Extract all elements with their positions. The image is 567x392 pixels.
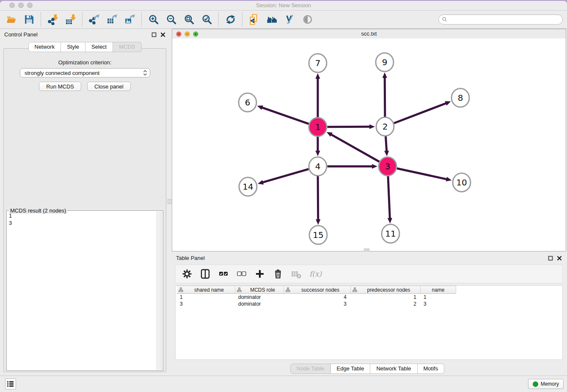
column-header-successor-nodes[interactable]: successor nodes: [284, 286, 351, 294]
close-panel-button[interactable]: Close panel: [87, 82, 131, 91]
result-scrollbar[interactable]: [157, 211, 162, 370]
column-header-name[interactable]: name: [421, 286, 456, 294]
control-tab-select[interactable]: Select: [85, 42, 113, 52]
cell-shared-name[interactable]: 3: [177, 301, 235, 307]
control-tab-network[interactable]: Network: [28, 42, 61, 52]
graph-node-6[interactable]: 6: [239, 93, 256, 112]
column-header-mcds-role[interactable]: MCDS role: [235, 286, 284, 294]
column-header-predecessor-nodes[interactable]: predecessor nodes: [351, 286, 421, 294]
cell-mcds-role[interactable]: dominator: [235, 294, 284, 301]
table-settings-gear-button[interactable]: [182, 268, 193, 279]
main-toolbar: [0, 11, 567, 29]
graph-edge-1-2[interactable]: [327, 124, 375, 129]
export-table-button[interactable]: [106, 14, 118, 25]
vertical-splitter-handle[interactable]: [168, 199, 171, 204]
export-network-button[interactable]: [88, 14, 100, 25]
mcds-result-list[interactable]: 13: [7, 212, 157, 370]
graph-edge-1-4[interactable]: [315, 137, 320, 157]
graph-node-2[interactable]: 2: [376, 117, 394, 136]
table-tab-network-table[interactable]: Network Table: [370, 364, 417, 374]
table-row-2[interactable]: 3dominator323: [177, 301, 456, 307]
refresh-view-button[interactable]: [225, 14, 237, 25]
zoom-in-button[interactable]: [148, 14, 160, 25]
cell-successor-nodes[interactable]: 4: [284, 294, 351, 301]
graph-edge-3-10[interactable]: [397, 168, 452, 182]
import-network-button[interactable]: [47, 14, 59, 25]
task-history-button[interactable]: [5, 378, 16, 389]
cell-name[interactable]: 1: [421, 294, 456, 301]
cell-successor-nodes[interactable]: 3: [284, 301, 351, 307]
graph-node-15[interactable]: 15: [309, 226, 327, 244]
graph-node-11[interactable]: 11: [382, 224, 399, 243]
graph-edge-1-7[interactable]: [315, 73, 320, 118]
add-column-button[interactable]: [254, 268, 265, 279]
cell-predecessor-nodes[interactable]: 2: [351, 301, 421, 307]
network-canvas[interactable]: 1234678910111415: [172, 39, 566, 251]
control-tab-style[interactable]: Style: [61, 42, 85, 52]
cell-shared-name[interactable]: 1: [177, 294, 235, 301]
graph-edge-2-9[interactable]: [383, 72, 387, 117]
mcds-result-node: 3: [9, 219, 157, 226]
function-builder-button[interactable]: f(x): [309, 268, 323, 279]
show-column-button[interactable]: [200, 268, 211, 279]
toggle-vizmapper-button[interactable]: [284, 14, 296, 25]
graph-node-4[interactable]: 4: [309, 157, 327, 176]
open-session-button[interactable]: [6, 14, 17, 25]
graph-node-1[interactable]: 1: [309, 118, 327, 136]
close-table-panel-icon[interactable]: [557, 255, 562, 260]
add-column-icon: [254, 268, 265, 279]
graph-node-10[interactable]: 10: [453, 173, 471, 192]
float-table-panel-icon[interactable]: [548, 255, 553, 260]
table-panel-header: Table Panel: [172, 252, 566, 263]
graph-node-7[interactable]: 7: [309, 54, 327, 72]
cytoscape-home-button[interactable]: [266, 14, 278, 25]
control-tab-mcds[interactable]: MCDS: [113, 42, 141, 52]
run-mcds-button[interactable]: Run MCDS: [39, 82, 81, 91]
search-input[interactable]: [448, 16, 562, 23]
function-builder-icon: f(x): [309, 268, 323, 279]
table-tab-motifs[interactable]: Motifs: [418, 364, 445, 374]
graph-edge-3-1[interactable]: [327, 132, 379, 162]
graph-node-14[interactable]: 14: [239, 177, 257, 196]
toggle-graphics-details-button[interactable]: [302, 14, 314, 25]
graph-node-8[interactable]: 8: [451, 88, 469, 107]
export-to-ndex-button[interactable]: [248, 14, 260, 25]
select-all-checkboxes-button[interactable]: [218, 268, 229, 279]
refresh-view-icon: [225, 14, 236, 25]
table-tab-edge-table[interactable]: Edge Table: [331, 364, 371, 374]
graph-edge-2-8[interactable]: [394, 101, 451, 123]
search-icon: [442, 17, 448, 22]
save-session-button[interactable]: [23, 14, 35, 25]
delete-table-button[interactable]: [291, 268, 302, 279]
table-toolbar: f(x): [175, 265, 563, 283]
graph-edge-4-15[interactable]: [316, 176, 320, 225]
graph-edge-4-14[interactable]: [258, 169, 308, 185]
import-table-button[interactable]: [65, 14, 77, 25]
zoom-selected-button[interactable]: [201, 14, 213, 25]
cell-mcds-role[interactable]: dominator: [235, 301, 284, 307]
zoom-fit-content-button[interactable]: [183, 14, 195, 25]
optimization-criterion-select[interactable]: strongly connected component: [20, 68, 150, 77]
svg-text:8: 8: [458, 93, 463, 103]
graph-node-9[interactable]: 9: [376, 53, 394, 72]
close-panel-icon[interactable]: [160, 31, 165, 36]
cell-predecessor-nodes[interactable]: 1: [351, 294, 421, 301]
column-header-label: shared name: [183, 287, 235, 293]
graph-edge-2-3[interactable]: [384, 136, 389, 156]
graph-edge-1-6[interactable]: [257, 105, 309, 124]
export-image-button[interactable]: [124, 14, 136, 25]
graph-edge-4-3[interactable]: [328, 164, 378, 168]
mcds-result-box: MCDS result (2 nodes) 13: [6, 210, 163, 371]
deselect-all-checkboxes-button[interactable]: [236, 268, 247, 279]
horizontal-splitter-handle[interactable]: [364, 248, 369, 251]
graph-node-3[interactable]: 3: [379, 157, 396, 176]
delete-column-button[interactable]: [272, 268, 284, 279]
table-tab-node-table[interactable]: Node Table: [290, 364, 331, 374]
float-panel-icon[interactable]: [151, 31, 157, 36]
table-row-1[interactable]: 1dominator411: [177, 294, 456, 301]
zoom-out-button[interactable]: [165, 14, 177, 25]
cell-name[interactable]: 3: [421, 301, 456, 307]
memory-button[interactable]: Memory: [528, 379, 564, 389]
graph-edge-3-11[interactable]: [388, 176, 392, 224]
column-header-shared-name[interactable]: shared name: [177, 286, 235, 294]
